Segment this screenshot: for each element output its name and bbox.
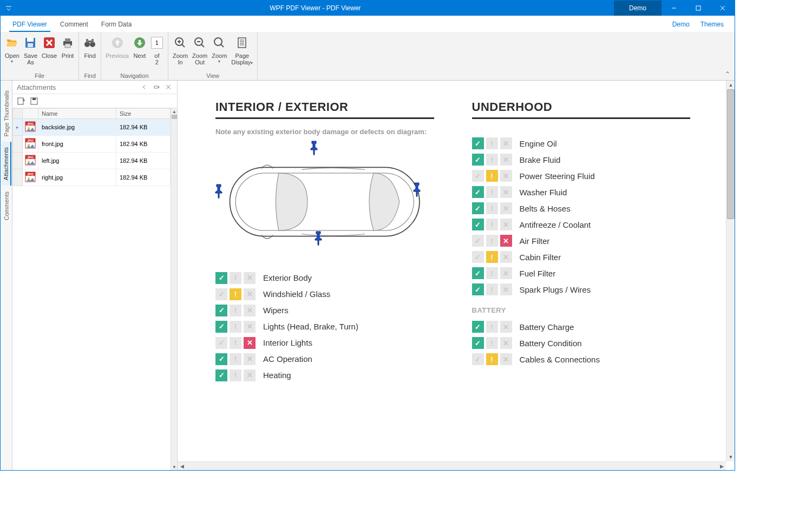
attachments-scrollbar[interactable]: ▲ ▼ [171,108,177,470]
panel-collapse-icon[interactable] [140,83,149,91]
scroll-up-arrow[interactable]: ▲ [726,81,735,89]
check-warn-icon[interactable]: ! [230,288,241,300]
check-warn-icon[interactable]: ! [486,219,498,230]
viewer-vertical-scrollbar[interactable]: ▲ ▼ [726,81,735,461]
pushpin-icon[interactable] [312,230,325,246]
pushpin-icon[interactable] [307,140,320,156]
check-warn-icon[interactable]: ! [486,251,498,263]
check-ok-icon[interactable]: ✓ [472,186,484,198]
sidetab-comments[interactable]: Comments [2,186,11,226]
check-warn-icon[interactable]: ! [486,337,498,349]
check-fail-icon[interactable]: ✕ [244,272,256,284]
check-fail-icon[interactable]: ✕ [500,283,512,295]
sidetab-page-thumbnails[interactable]: Page Thumbnails [2,85,11,142]
check-warn-icon[interactable]: ! [230,369,241,381]
scroll-right-arrow[interactable]: ▶ [717,462,726,470]
check-ok-icon[interactable]: ✓ [472,251,484,263]
sidetab-attachments[interactable]: Attachments [2,142,11,186]
table-row[interactable]: JPGright.jpg182.94 KB [13,169,171,186]
scroll-down-arrow[interactable]: ▼ [726,453,735,461]
check-ok-icon[interactable]: ✓ [215,337,227,349]
link-themes[interactable]: Themes [700,17,724,31]
table-row[interactable]: ▸JPGbackside.jpg182.94 KB [13,119,171,136]
zoom-out-button[interactable]: Zoom Out [190,33,209,71]
check-ok-icon[interactable]: ✓ [215,272,227,284]
page-number-field[interactable] [151,37,163,49]
qat-dropdown-icon[interactable] [5,4,12,12]
check-warn-icon[interactable]: ! [486,283,498,295]
check-fail-icon[interactable]: ✕ [500,251,512,263]
print-button[interactable]: Print [59,33,76,71]
pdf-page[interactable]: INTERIOR / EXTERIOR Note any existing ex… [183,84,723,458]
check-warn-icon[interactable]: ! [230,337,241,349]
demo-tab-button[interactable]: Demo [614,1,662,16]
check-warn-icon[interactable]: ! [230,305,241,316]
check-ok-icon[interactable]: ✓ [472,321,484,333]
check-fail-icon[interactable]: ✕ [500,186,512,198]
previous-button[interactable]: Previous [103,33,131,71]
check-fail-icon[interactable]: ✕ [500,154,512,166]
check-ok-icon[interactable]: ✓ [472,337,484,349]
check-warn-icon[interactable]: ! [486,202,498,214]
check-fail-icon[interactable]: ✕ [500,137,512,149]
check-fail-icon[interactable]: ✕ [500,202,512,214]
zoom-in-button[interactable]: Zoom In [171,33,190,71]
check-warn-icon[interactable]: ! [486,353,498,365]
check-fail-icon[interactable]: ✕ [244,321,256,333]
check-ok-icon[interactable]: ✓ [215,305,227,316]
ribbon-collapse-icon[interactable]: ⌃ [725,70,730,78]
check-ok-icon[interactable]: ✓ [472,137,484,149]
pushpin-icon[interactable] [212,183,225,199]
check-fail-icon[interactable]: ✕ [500,267,512,279]
close-button[interactable] [710,1,735,16]
link-demo[interactable]: Demo [672,17,690,31]
check-fail-icon[interactable]: ✕ [244,288,256,300]
check-ok-icon[interactable]: ✓ [215,353,227,365]
scroll-thumb[interactable] [727,89,735,219]
open-button[interactable]: Open ▾ [3,33,22,71]
check-fail-icon[interactable]: ✕ [500,337,512,349]
minimize-button[interactable] [662,1,686,16]
check-ok-icon[interactable]: ✓ [472,353,484,365]
check-fail-icon[interactable]: ✕ [244,337,256,349]
open-attachment-icon[interactable] [17,97,25,105]
panel-close-icon[interactable] [164,83,173,91]
scroll-thumb[interactable] [172,115,177,119]
check-ok-icon[interactable]: ✓ [472,267,484,279]
check-fail-icon[interactable]: ✕ [244,305,256,316]
table-row[interactable]: JPGleft.jpg182.94 KB [13,153,171,169]
check-ok-icon[interactable]: ✓ [472,283,484,295]
check-fail-icon[interactable]: ✕ [500,219,512,230]
check-fail-icon[interactable]: ✕ [500,353,512,365]
check-warn-icon[interactable]: ! [486,137,498,149]
table-row[interactable]: JPGfront.jpg182.94 KB [13,136,171,153]
pushpin-icon[interactable] [410,181,423,197]
viewer-horizontal-scrollbar[interactable]: ◀ ▶ [178,461,726,470]
scroll-left-arrow[interactable]: ◀ [178,462,186,470]
check-warn-icon[interactable]: ! [230,272,241,284]
check-ok-icon[interactable]: ✓ [215,288,227,300]
save-as-button[interactable]: Save As [22,33,40,71]
check-warn-icon[interactable]: ! [486,154,498,166]
find-button[interactable]: Find [81,33,99,71]
panel-pin-icon[interactable] [152,83,161,91]
check-fail-icon[interactable]: ✕ [500,235,512,247]
page-number-input[interactable]: of 2 [148,33,166,71]
check-fail-icon[interactable]: ✕ [500,321,512,333]
check-ok-icon[interactable]: ✓ [472,219,484,230]
save-attachment-icon[interactable] [30,97,38,105]
check-ok-icon[interactable]: ✓ [472,202,484,214]
check-warn-icon[interactable]: ! [486,186,498,198]
maximize-button[interactable] [686,1,710,16]
check-fail-icon[interactable]: ✕ [500,170,512,182]
tab-form-data[interactable]: Form Data [95,17,139,31]
tab-comment[interactable]: Comment [54,17,95,31]
check-ok-icon[interactable]: ✓ [215,369,227,381]
close-doc-button[interactable]: Close [40,33,59,71]
check-warn-icon[interactable]: ! [230,353,241,365]
column-header-icon[interactable] [23,109,38,119]
check-ok-icon[interactable]: ✓ [472,170,484,182]
check-warn-icon[interactable]: ! [486,170,498,182]
check-ok-icon[interactable]: ✓ [472,154,484,166]
next-button[interactable]: Next [131,33,148,71]
